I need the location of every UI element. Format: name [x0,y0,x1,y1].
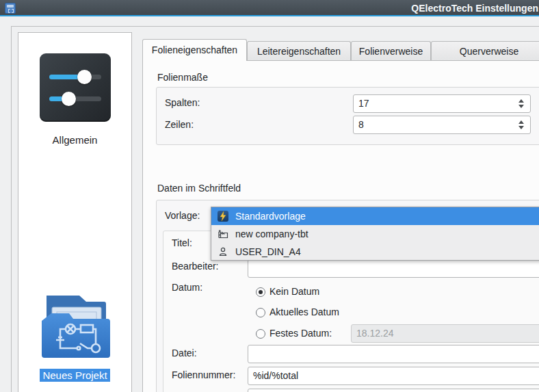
vorlage-dropdown-popup: Standardvorlage new company-tbt USER_DIN… [211,207,539,261]
radio-festes-datum[interactable] [256,329,265,339]
lightning-template-icon [218,211,228,222]
sidebar-item-neues-projekt[interactable]: Neues Projekt [18,156,131,272]
radio-kein-datum-label[interactable]: Kein Datum [270,286,319,298]
spalten-label: Spalten: [165,97,200,109]
sliders-icon [40,53,111,122]
radio-aktuelles-datum-label[interactable]: Aktuelles Datum [270,306,339,318]
radio-kein-datum[interactable] [256,287,265,297]
sidebar-item-allgemein[interactable]: Allgemein [18,33,131,156]
window-title: QElectroTech Einstellungen [411,0,538,16]
festes-datum-field: 18.12.24 [351,324,539,343]
spalten-spinbox[interactable]: 17 [353,94,531,113]
vorlage-label: Vorlage: [165,210,200,222]
tab-leitereigenschaften[interactable]: Leitereigenschaften [247,41,351,61]
radio-festes-datum-label[interactable]: Festes Datum: [270,328,332,339]
spin-up-icon[interactable] [518,99,524,103]
foliennummer-label: Foliennummer: [172,369,235,381]
dropdown-item-label: USER_DIN_A4 [235,243,301,261]
dropdown-item-label: new company-tbt [235,225,308,243]
dropdown-item-label: Standardvorlage [235,207,306,225]
factory-icon [218,228,228,239]
datei-field[interactable] [248,345,539,363]
dropdown-item-standardvorlage[interactable]: Standardvorlage [211,207,539,225]
qelectrotech-window-icon [5,3,16,14]
zeilen-spinbox[interactable]: 8 [353,116,531,134]
spalten-value: 17 [358,98,369,109]
schriftfeld-heading: Daten im Schriftfeld [157,183,241,194]
bearbeiter-label: Bearbeiter: [172,261,218,272]
datei-label: Datei: [172,348,197,359]
spin-up-icon[interactable] [518,120,524,124]
tab-querverweise[interactable]: Querverweise [431,41,539,61]
radio-aktuelles-datum[interactable] [256,308,265,317]
foliennummer-field[interactable]: %id/%total [248,367,539,385]
bearbeiter-field[interactable] [248,259,539,278]
zeilen-value: 8 [358,119,364,130]
user-icon [218,246,228,257]
folienmasse-heading: Folienmaße [157,72,208,83]
dropdown-item-user-din-a4[interactable]: USER_DIN_A4 [211,243,539,261]
next-field-partial[interactable] [248,389,539,392]
tab-folieneigenschaften[interactable]: Folieneigenschaften [142,39,247,61]
titlebar: QElectroTech Einstellungen [0,0,539,16]
dropdown-item-new-company-tbt[interactable]: new company-tbt [211,225,539,243]
settings-category-list: Allgemein [18,32,132,392]
tab-folienverweise[interactable]: Folienverweise [351,41,431,61]
titel-label: Titel: [172,237,192,249]
datum-label: Datum: [172,282,202,293]
zeilen-label: Zeilen: [165,119,194,131]
spin-down-icon[interactable] [518,126,524,129]
sidebar-item-exportieren[interactable]: Exportieren [18,272,131,392]
sidebar-item-label: Allgemein [18,134,131,146]
spin-down-icon[interactable] [518,105,524,108]
